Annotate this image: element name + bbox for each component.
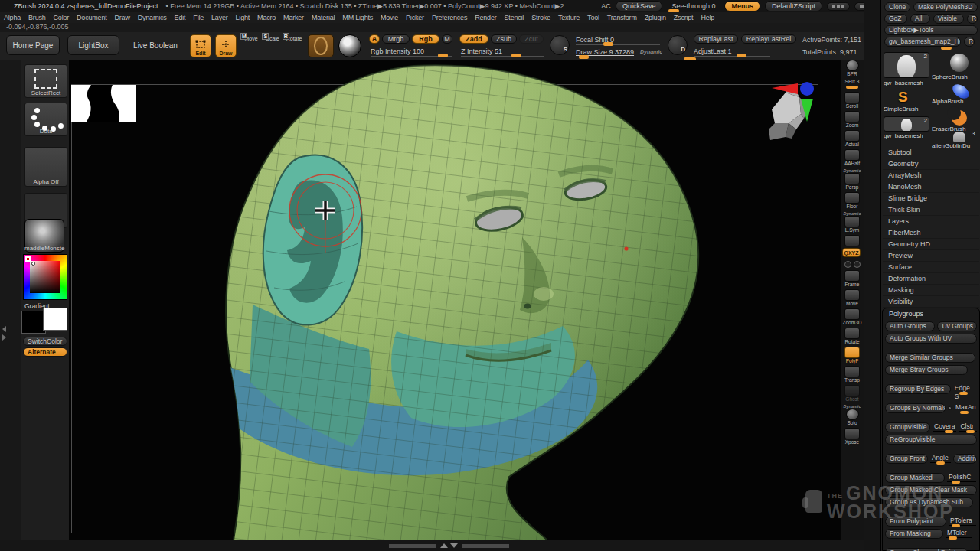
saturation-square[interactable] — [30, 261, 60, 293]
rgb-intensity-slider[interactable]: Rgb Intensity 100 — [371, 47, 424, 55]
normals-radio-dot[interactable] — [948, 406, 952, 410]
goz-button[interactable]: GoZ — [884, 14, 907, 24]
switch-color-button[interactable]: SwitchColor — [23, 337, 67, 346]
zsub-toggle[interactable]: Zsub — [491, 34, 517, 44]
stroke-type-button[interactable]: SelectRect — [24, 64, 67, 98]
zadd-toggle[interactable]: Zadd — [459, 34, 488, 44]
color-picker[interactable] — [23, 254, 67, 300]
left-tray-divider[interactable] — [1, 326, 8, 343]
uv-groups-button[interactable]: Uv Groups — [937, 321, 977, 331]
menu-transform[interactable]: Transform — [603, 14, 641, 21]
section-geometry-hd[interactable]: Geometry HD — [883, 239, 979, 250]
live-boolean-button[interactable]: Live Boolean — [126, 35, 185, 55]
section-masking[interactable]: Masking — [883, 285, 979, 296]
section-arraymesh[interactable]: ArrayMesh — [883, 170, 979, 181]
coverage-slider[interactable]: Covera — [933, 422, 956, 432]
polygroups-header[interactable]: Polygroups — [885, 309, 977, 319]
ghost-button[interactable]: Ghost — [842, 385, 862, 403]
menu-zscript[interactable]: Zscript — [670, 14, 697, 21]
current-alpha-button[interactable] — [308, 34, 334, 57]
active-tool-r-button[interactable]: R — [964, 37, 975, 47]
adjust-last-nub[interactable] — [737, 54, 746, 57]
draw-size-nub[interactable] — [579, 55, 589, 59]
eraser-brush-icon[interactable] — [952, 110, 967, 126]
menu-alpha[interactable]: Alpha — [0, 14, 24, 21]
menu-color[interactable]: Color — [50, 14, 74, 21]
section-fibermesh[interactable]: FiberMesh — [883, 227, 979, 239]
edit-mode-button[interactable]: Edit — [190, 34, 211, 57]
rotate-mode-button[interactable]: R Rotate — [285, 36, 303, 57]
group-visible-button[interactable]: GroupVisible — [885, 422, 930, 432]
zoom-button[interactable]: Zoom — [842, 111, 862, 129]
menu-render[interactable]: Render — [471, 14, 500, 21]
section-preview[interactable]: Preview — [883, 250, 979, 262]
mask-tolerance-slider[interactable]: MToler — [946, 529, 972, 538]
menu-macro[interactable]: Macro — [253, 14, 279, 21]
r-button[interactable]: R — [967, 14, 978, 24]
persp-button[interactable]: DynamicPersp — [842, 168, 862, 191]
transp-button[interactable]: Transp — [842, 366, 862, 383]
cluster-slider[interactable]: Clstr — [959, 422, 977, 432]
menu-brush[interactable]: Brush — [24, 14, 50, 21]
polish-slider[interactable]: PolishC — [947, 473, 976, 482]
alternate-button[interactable]: Alternate — [23, 347, 67, 357]
focal-shift-nub[interactable] — [603, 42, 613, 46]
active-tool-slider-nub[interactable] — [941, 47, 952, 50]
menu-zplugin[interactable]: Zplugin — [641, 14, 670, 21]
group-as-dynamesh-sub-button[interactable]: Group As Dynamesh Sub — [885, 497, 973, 507]
default-zscript-button[interactable]: DefaultZScript — [765, 1, 822, 11]
zcut-toggle[interactable]: Zcut — [519, 34, 544, 44]
document-canvas[interactable] — [69, 60, 841, 540]
camera-orientation-gizmo[interactable] — [758, 80, 824, 151]
stroke-dots-icon[interactable]: D — [668, 35, 688, 55]
zoom3d-button[interactable]: Zoom3D — [842, 308, 862, 326]
menu-document[interactable]: Document — [73, 14, 110, 21]
groups-changed-points-button[interactable]: Groups Changed Points — [885, 548, 968, 551]
menu-dynamics[interactable]: Dynamics — [134, 14, 171, 21]
max-angle-slider[interactable]: MaxAn — [954, 403, 977, 412]
frame-button[interactable]: Frame — [842, 270, 862, 288]
actual-button[interactable]: Actual — [842, 130, 862, 148]
menu-texture[interactable]: Texture — [554, 14, 583, 21]
divider-bars-icon[interactable] — [827, 2, 850, 11]
paint-tolerance-slider[interactable]: PTolera — [949, 517, 976, 526]
polyframe-button[interactable]: PolyF — [842, 347, 862, 364]
m-toggle[interactable]: M — [442, 34, 452, 44]
section-deformation[interactable]: Deformation — [883, 273, 979, 285]
additive-button[interactable]: Additiv — [953, 454, 977, 464]
group-front-button[interactable]: Group Front — [885, 454, 928, 464]
section-layers[interactable]: Layers — [883, 216, 979, 227]
visible-button[interactable]: Visible — [933, 14, 964, 24]
replay-last-rel-button[interactable]: ReplayLastRel — [741, 34, 796, 44]
from-masking-button[interactable]: From Masking — [885, 529, 943, 539]
angle-slider[interactable]: Angle — [930, 454, 951, 463]
section-subtool[interactable]: Subtool — [883, 147, 979, 158]
aahalf-button[interactable]: AAHalf — [842, 149, 862, 167]
scale-mode-button[interactable]: S Scale — [263, 36, 282, 57]
adjust-last-track[interactable] — [694, 56, 770, 57]
group-masked-button[interactable]: Group Masked — [885, 473, 945, 483]
bottom-tray-divider[interactable] — [389, 543, 509, 548]
menu-movie[interactable]: Movie — [377, 14, 402, 21]
bpr-button[interactable]: BPR — [842, 60, 862, 77]
home-page-button[interactable]: Home Page — [6, 35, 60, 55]
sphere-brush-icon[interactable] — [950, 54, 969, 72]
goblin-bust-icon[interactable] — [953, 132, 965, 142]
section-slime-bridge[interactable]: Slime Bridge — [883, 193, 979, 204]
sculpt-head-model[interactable] — [69, 60, 841, 540]
auto-groups-button[interactable]: Auto Groups — [885, 321, 935, 331]
z-intensity-nub[interactable] — [511, 54, 521, 57]
section-geometry[interactable]: Geometry — [883, 158, 979, 170]
current-material-sphere[interactable] — [338, 34, 361, 57]
alpha-slot-button[interactable]: Alpha Off — [24, 147, 67, 187]
move-mode-button[interactable]: M Move — [242, 36, 260, 57]
see-through-slider[interactable]: See-through 0 — [667, 2, 720, 11]
scroll-button[interactable]: Scroll — [842, 92, 862, 109]
merge-similar-groups-button[interactable]: Merge Similar Groups — [885, 353, 975, 363]
replay-last-button[interactable]: ReplayLast — [694, 34, 738, 44]
menu-mm-lights[interactable]: MM Lights — [338, 14, 377, 21]
menus-button[interactable]: Menus — [724, 1, 760, 11]
section-visibility[interactable]: Visibility — [883, 296, 979, 308]
qxyz-button[interactable]: QXYZ — [842, 248, 862, 259]
lightbox-tools-button[interactable]: Lightbox▶Tools — [884, 25, 978, 35]
